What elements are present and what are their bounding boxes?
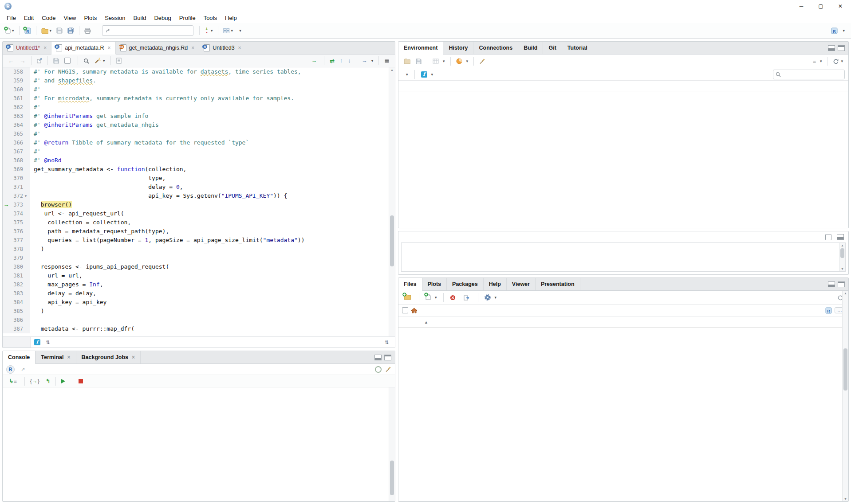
checkbox[interactable] [64,58,71,64]
code-text[interactable]: #' For NHGIS, summary metadata is availa… [30,67,301,76]
forward-button[interactable]: → [18,56,28,65]
menu-code[interactable]: Code [38,13,59,23]
code-text[interactable]: browser() [30,200,72,209]
files-scrollbar[interactable]: ▲ ▼ [842,291,848,501]
minimize-pane-icon[interactable] [837,234,844,240]
goto-file-function-input[interactable] [102,25,193,36]
traceback-scrollbar[interactable]: ▲ ▼ [839,243,845,271]
tab-viewer[interactable]: Viewer [507,278,536,290]
code-text[interactable]: api_key = api_key [30,298,106,307]
maximize-button[interactable]: ▢ [811,0,831,12]
workspace-panes-button[interactable]: ▾ [221,27,235,35]
tab-history[interactable]: History [443,42,473,54]
code-text[interactable]: type, [30,174,165,183]
addins-button[interactable]: ▾ [236,27,243,34]
step-out-button[interactable]: ↰ [43,377,53,385]
code-text[interactable]: queries = list(pageNumber = 1, pageSize … [30,236,305,245]
tab-environment[interactable]: Environment [398,42,443,55]
code-text[interactable]: #' @noRd [30,156,62,165]
tab-git[interactable]: Git [543,42,562,54]
back-button[interactable]: ← [6,56,16,65]
code-text[interactable]: ) [30,307,44,316]
code-text[interactable]: #' @inheritParams get_sample_info [30,112,148,121]
new-blank-file-button[interactable]: ▾ [424,293,439,302]
tab-tutorial[interactable]: Tutorial [562,42,593,54]
source-on-save-checkbox[interactable] [63,57,74,65]
close-button[interactable]: ✕ [831,0,850,12]
run-button[interactable]: → [310,57,321,65]
code-text[interactable]: url <- api_request_url( [30,209,124,218]
external-link-icon[interactable]: ↗ [21,367,25,372]
open-file-button[interactable]: ▾ [39,27,54,35]
editor-scrollbar[interactable]: ▲ [389,67,395,336]
find-button[interactable] [82,57,91,65]
document-outline-button[interactable]: ≣ [382,56,391,65]
tab-terminal[interactable]: Terminal× [35,351,76,363]
save-all-button[interactable] [66,26,76,35]
scrollbar-thumb[interactable] [843,348,847,391]
scroll-down-icon[interactable]: ▼ [843,497,848,500]
import-dataset-button[interactable]: ▾ [431,58,447,65]
maximize-pane-icon[interactable] [838,45,845,51]
fold-icon[interactable]: ▾ [23,191,28,200]
code-text[interactable]: get_summary_metadata <- function(collect… [30,165,186,174]
filetype-selector[interactable]: ⇅ [382,340,395,345]
scroll-up-icon[interactable]: ▲ [843,292,848,295]
tab-background-jobs[interactable]: Background Jobs× [76,351,141,363]
menu-edit[interactable]: Edit [20,13,38,23]
scroll-up-icon[interactable]: ▲ [839,244,845,247]
new-file-button[interactable]: ▾ [4,26,16,35]
tab-files[interactable]: Files [398,278,422,291]
stop-button[interactable] [76,378,88,384]
code-text[interactable]: #' @return Tibble of summary metadata fo… [30,138,249,147]
maximize-pane-icon[interactable] [838,281,845,287]
session-suspend-icon[interactable] [375,366,382,373]
menu-session[interactable]: Session [101,13,129,23]
code-text[interactable]: metadata <- purrr::map_dfr( [30,324,134,333]
tab-packages[interactable]: Packages [447,278,484,290]
column-name[interactable]: ▲ [398,319,736,325]
editor-tab-get-metadata-nhgis-rd[interactable]: get_metadata_nhgis.Rd× [116,42,200,54]
code-text[interactable]: #' For microdata, summary metadata is cu… [30,94,294,103]
menu-build[interactable]: Build [130,13,150,23]
code-text[interactable]: #' [30,103,41,112]
scroll-up-icon[interactable]: ▲ [389,68,395,71]
scrollbar-thumb[interactable] [390,215,394,266]
scope-indicator[interactable]: f ⇅ [31,339,50,345]
editor-tab-api-metadata-r[interactable]: api_metadata.R× [51,42,115,55]
close-icon[interactable]: × [238,45,241,51]
new-folder-button[interactable] [402,293,414,302]
tab-presentation[interactable]: Presentation [536,278,580,290]
tab-connections[interactable]: Connections [473,42,518,54]
delete-button[interactable] [448,294,459,301]
tab-help[interactable]: Help [484,278,507,290]
code-text[interactable]: #' [30,147,41,156]
select-all-checkbox[interactable] [402,307,408,313]
editor-tab-untitled3[interactable]: Untitled3× [199,42,246,54]
scrollbar-thumb[interactable] [390,461,394,495]
code-text[interactable]: responses <- ipums_api_paged_request( [30,262,169,271]
code-text[interactable] [30,254,34,262]
code-text[interactable]: url = url, [30,271,83,280]
minimize-pane-icon[interactable] [828,281,835,287]
rename-button[interactable] [462,294,473,301]
code-text[interactable]: ) [30,245,44,254]
editor-tab-untitled1-[interactable]: Untitled1*× [3,42,51,54]
show-internals-checkbox[interactable] [825,234,831,240]
minimize-pane-icon[interactable] [828,45,835,51]
code-text[interactable]: collection = collection, [30,218,131,227]
menu-tools[interactable]: Tools [200,13,221,23]
step-into-button[interactable]: {→} [28,377,42,385]
save-button[interactable] [51,57,61,65]
menu-file[interactable]: File [3,13,20,23]
scroll-down-icon[interactable]: ▼ [839,267,845,270]
rerun-button[interactable]: ⇄ [328,57,336,65]
menu-plots[interactable]: Plots [80,13,101,23]
code-text[interactable]: delay = delay, [30,289,96,298]
console-output-area[interactable] [3,387,395,501]
tab-console[interactable]: Console [3,351,35,364]
clear-environment-button[interactable] [477,57,487,65]
close-icon[interactable]: × [132,354,135,360]
code-text[interactable]: #' and shapefiles. [30,76,96,85]
language-selector[interactable]: ▾ [402,71,410,78]
